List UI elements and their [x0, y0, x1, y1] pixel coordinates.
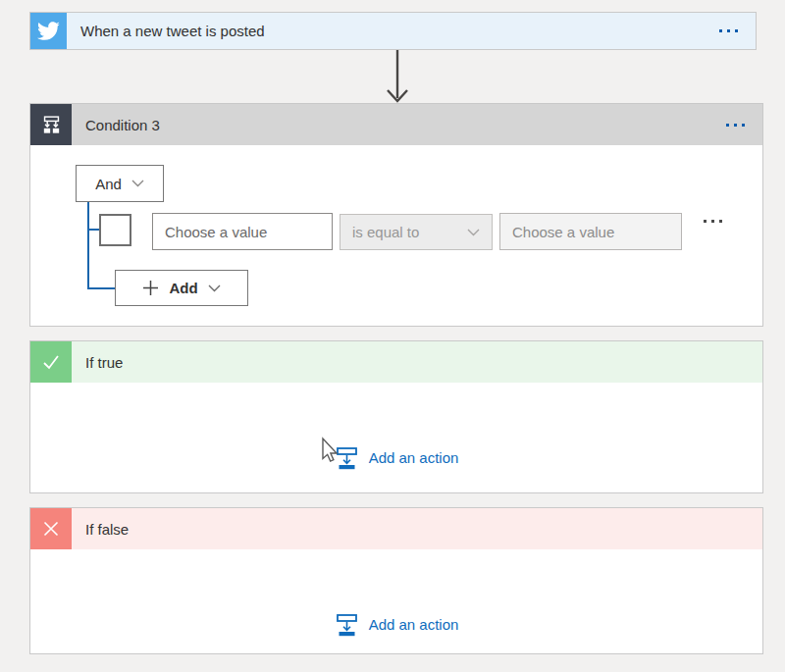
condition-row-checkbox[interactable]	[99, 214, 131, 246]
trigger-title: When a new tweet is posted	[67, 23, 702, 39]
trigger-menu-ellipsis-icon[interactable]	[702, 29, 756, 32]
plus-icon	[142, 280, 159, 296]
flow-designer-canvas: When a new tweet is posted	[0, 0, 785, 672]
if-false-add-action-link[interactable]: Add an action	[30, 612, 762, 637]
arrow-down-icon	[385, 50, 410, 103]
if-false-add-action-label: Add an action	[369, 616, 459, 633]
if-true-card-header[interactable]: If true	[30, 341, 762, 383]
condition-rhs-input[interactable]	[499, 213, 682, 250]
if-true-body: Add an action	[30, 383, 762, 492]
if-true-title: If true	[72, 354, 762, 371]
condition-rhs-field-wrap	[499, 213, 682, 250]
chevron-down-icon	[131, 180, 144, 187]
condition-title: Condition 3	[72, 117, 708, 133]
trigger-card[interactable]: When a new tweet is posted	[29, 12, 757, 50]
x-icon	[30, 508, 72, 549]
if-false-title: If false	[72, 521, 762, 538]
tree-connector-elbow	[87, 287, 115, 289]
twitter-icon	[30, 13, 67, 49]
condition-comparator-dropdown[interactable]: is equal to	[340, 214, 493, 250]
if-true-add-action-label: Add an action	[369, 449, 459, 466]
condition-add-button[interactable]: Add	[115, 270, 248, 306]
tree-connector-branch	[87, 229, 99, 231]
if-true-card[interactable]: If true Add an action	[29, 340, 763, 493]
trigger-card-header[interactable]: When a new tweet is posted	[30, 13, 756, 49]
condition-menu-ellipsis-icon[interactable]	[708, 124, 762, 127]
condition-lhs-field-wrap	[152, 213, 333, 250]
if-false-body: Add an action	[30, 549, 762, 653]
add-action-icon	[335, 445, 359, 470]
condition-lhs-input[interactable]	[152, 213, 333, 250]
tree-connector-vertical	[87, 202, 89, 289]
condition-add-label: Add	[169, 280, 197, 296]
chevron-down-icon	[208, 284, 221, 292]
if-true-add-action-link[interactable]: Add an action	[30, 445, 762, 470]
if-false-card[interactable]: If false Add an action	[29, 507, 763, 654]
condition-operator-value: And	[95, 176, 122, 192]
condition-row-menu-ellipsis-icon[interactable]	[686, 220, 740, 223]
if-false-card-header[interactable]: If false	[30, 508, 762, 549]
checkmark-icon	[30, 341, 72, 383]
condition-card[interactable]: Condition 3 And is equal to	[29, 103, 763, 327]
condition-comparator-value: is equal to	[352, 224, 419, 240]
condition-body: And is equal to Add	[30, 145, 762, 326]
condition-operator-dropdown[interactable]: And	[76, 165, 164, 202]
chevron-down-icon	[467, 229, 480, 236]
condition-branch-icon	[30, 104, 72, 145]
add-action-icon	[335, 612, 359, 637]
condition-card-header[interactable]: Condition 3	[30, 104, 762, 145]
